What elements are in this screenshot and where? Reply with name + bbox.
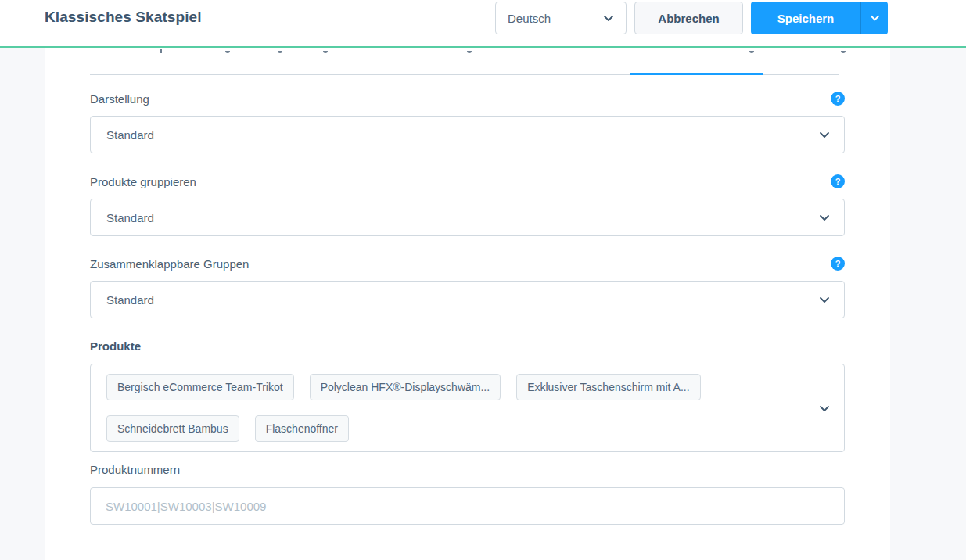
save-button[interactable]: Speichern bbox=[751, 2, 860, 34]
select-value: Standard bbox=[106, 128, 154, 142]
chevron-down-icon bbox=[870, 15, 880, 21]
field-label: Produktnummern bbox=[90, 463, 845, 477]
page: Klassisches Skatspiel Deutsch Abbrechen … bbox=[0, 0, 966, 560]
cancel-button[interactable]: Abbrechen bbox=[634, 2, 743, 34]
field-group-produkte-gruppieren: Produkte gruppieren ? Standard bbox=[90, 175, 845, 236]
products-multiselect[interactable]: Bergisch eCommerce Team-Trikot Polyclean… bbox=[90, 364, 845, 452]
product-tag[interactable]: Schneidebrett Bambus bbox=[106, 415, 239, 442]
language-select[interactable]: Deutsch bbox=[495, 2, 627, 34]
product-tag[interactable]: Flaschenöffner bbox=[255, 415, 349, 442]
active-tab-indicator bbox=[630, 73, 763, 75]
field-group-zusammenklappbare-gruppen: Zusammenklappbare Gruppen ? Standard bbox=[90, 257, 845, 318]
product-numbers-input[interactable] bbox=[90, 487, 845, 525]
header-actions: Deutsch Abbrechen Speichern bbox=[495, 2, 888, 34]
help-icon[interactable]: ? bbox=[831, 174, 845, 188]
help-icon[interactable]: ? bbox=[831, 257, 845, 271]
header-bar: Klassisches Skatspiel Deutsch Abbrechen … bbox=[0, 0, 966, 46]
darstellung-select[interactable]: Standard bbox=[90, 116, 845, 153]
chevron-down-icon bbox=[603, 15, 614, 22]
page-background: Darstellung ? Standard Produkte gruppier… bbox=[0, 48, 966, 560]
save-split-button: Speichern bbox=[751, 2, 888, 34]
tab-bar-underline bbox=[90, 74, 839, 75]
field-label: Produkte gruppieren bbox=[90, 175, 845, 189]
language-select-value: Deutsch bbox=[508, 12, 551, 25]
product-tag[interactable]: Polyclean HFX®-Displayschwäm... bbox=[310, 374, 501, 400]
field-label: Produkte bbox=[90, 339, 845, 354]
field-group-produktnummern: Produktnummern bbox=[90, 463, 845, 525]
content-card: Darstellung ? Standard Produkte gruppier… bbox=[45, 48, 890, 560]
select-value: Standard bbox=[106, 211, 154, 224]
clipped-tab-text-fragments bbox=[45, 48, 890, 55]
field-group-darstellung: Darstellung ? Standard bbox=[90, 92, 845, 153]
field-group-produkte: Produkte Bergisch eCommerce Team-Trikot … bbox=[90, 339, 845, 452]
product-tag[interactable]: Bergisch eCommerce Team-Trikot bbox=[106, 374, 294, 400]
zusammenklappbare-gruppen-select[interactable]: Standard bbox=[90, 281, 845, 318]
field-label: Zusammenklappbare Gruppen bbox=[90, 257, 845, 271]
field-label: Darstellung bbox=[90, 92, 845, 106]
help-icon[interactable]: ? bbox=[831, 92, 845, 106]
page-title: Klassisches Skatspiel bbox=[45, 9, 202, 26]
select-value: Standard bbox=[106, 293, 154, 307]
save-options-arrow-button[interactable] bbox=[860, 2, 888, 34]
produkte-gruppieren-select[interactable]: Standard bbox=[90, 199, 845, 236]
product-tag[interactable]: Exklusiver Taschenschirm mit A... bbox=[516, 374, 700, 400]
